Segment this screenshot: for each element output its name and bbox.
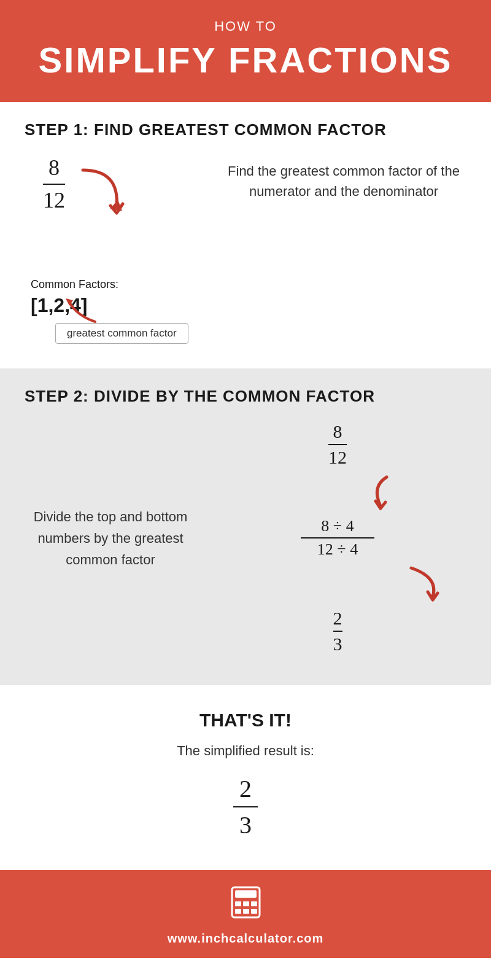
- step2-right: 8 12 8 ÷ 4 12 ÷ 4: [209, 421, 466, 655]
- step2-arrow-2: [399, 565, 448, 602]
- step2-fraction-original: 8 12: [328, 421, 347, 468]
- step2-description: Divide the top and bottom numbers by the…: [25, 506, 196, 571]
- step1-fraction-numerator: 8: [48, 155, 60, 181]
- step2-orig-numerator: 8: [333, 421, 342, 442]
- svg-rect-5: [243, 901, 249, 906]
- svg-rect-3: [235, 890, 257, 898]
- step2-fraction-result: 2 3: [333, 608, 342, 655]
- step1-fraction-line: [43, 184, 65, 185]
- gcf-arrow: [64, 297, 101, 325]
- step2-orig-denominator: 12: [328, 447, 347, 468]
- step1-fraction: 8 12: [43, 155, 65, 214]
- svg-rect-8: [243, 909, 249, 914]
- step2-result-numerator: 2: [333, 608, 342, 629]
- thatsit-text: The simplified result is:: [25, 743, 466, 759]
- final-fraction: 2 3: [233, 774, 258, 839]
- step2-content: Divide the top and bottom numbers by the…: [25, 421, 466, 655]
- header-title: SIMPLIFY FRACTIONS: [12, 39, 479, 80]
- step2-division-fraction: 8 ÷ 4 12 ÷ 4: [301, 517, 374, 559]
- common-factors-label: Common Factors:: [31, 278, 209, 291]
- step1-description: Find the greatest common factor of the n…: [221, 155, 466, 201]
- final-fraction-numerator: 2: [239, 774, 252, 803]
- step2-arrow-1: [368, 474, 417, 511]
- step2-section: STEP 2: DIVIDE BY THE COMMON FACTOR Divi…: [0, 368, 491, 685]
- step2-division-numerator: 8 ÷ 4: [321, 517, 354, 535]
- step2-division-line: [301, 537, 374, 539]
- step1-heading: STEP 1: FIND GREATEST COMMON FACTOR: [25, 120, 466, 139]
- step2-result-line: [333, 631, 342, 632]
- svg-rect-7: [235, 909, 241, 914]
- step2-result-denominator: 3: [333, 634, 342, 655]
- final-fraction-denominator: 3: [239, 811, 252, 839]
- calculator-svg: [229, 885, 263, 919]
- step1-left: 8 12 Common Factors: [1,2,4]: [25, 155, 209, 344]
- calculator-icon: [12, 885, 479, 927]
- common-factors-value: [1,2,4]: [31, 294, 209, 317]
- thatsit-section: THAT'S IT! The simplified result is: 2 3: [0, 685, 491, 870]
- svg-rect-9: [251, 909, 257, 914]
- step2-orig-line: [328, 444, 347, 445]
- step1-section: STEP 1: FIND GREATEST COMMON FACTOR 8 12…: [0, 102, 491, 368]
- step1-arrow-down: [77, 164, 132, 219]
- gcf-box: greatest common factor: [55, 323, 188, 344]
- svg-rect-6: [251, 901, 257, 906]
- header: HOW TO SIMPLIFY FRACTIONS: [0, 0, 491, 102]
- footer-url: www.inchcalculator.com: [12, 931, 479, 946]
- final-fraction-line: [233, 806, 258, 807]
- common-factors-container: Common Factors: [1,2,4]: [25, 278, 209, 317]
- step2-heading: STEP 2: DIVIDE BY THE COMMON FACTOR: [25, 387, 466, 406]
- step1-content: 8 12 Common Factors: [1,2,4]: [25, 155, 466, 344]
- gcf-callout: greatest common factor: [55, 323, 209, 344]
- thatsit-heading: THAT'S IT!: [25, 710, 466, 731]
- step1-fraction-denominator: 12: [43, 187, 65, 214]
- step2-division-denominator: 12 ÷ 4: [317, 540, 358, 559]
- svg-rect-4: [235, 901, 241, 906]
- footer: www.inchcalculator.com: [0, 870, 491, 958]
- header-subtitle: HOW TO: [12, 18, 479, 34]
